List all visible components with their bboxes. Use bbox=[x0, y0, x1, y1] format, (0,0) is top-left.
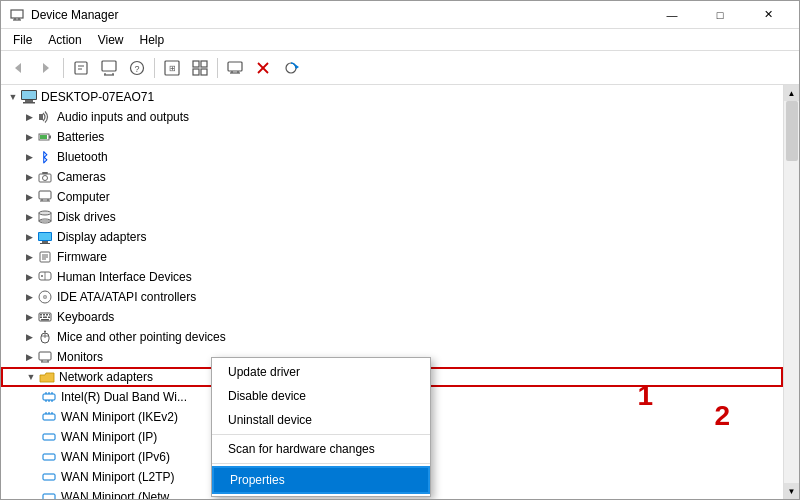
svg-rect-17 bbox=[193, 61, 199, 67]
expand-batteries[interactable]: ▶ bbox=[21, 129, 37, 145]
properties-button[interactable] bbox=[68, 55, 94, 81]
svg-rect-90 bbox=[43, 454, 55, 460]
mouse-icon bbox=[37, 329, 53, 345]
ctx-update-driver[interactable]: Update driver bbox=[212, 360, 430, 384]
wan-ip-label: WAN Miniport (IP) bbox=[61, 430, 157, 444]
svg-rect-85 bbox=[43, 414, 55, 420]
ctx-uninstall-device[interactable]: Uninstall device bbox=[212, 408, 430, 432]
minimize-button[interactable]: — bbox=[649, 1, 695, 29]
svg-rect-6 bbox=[75, 62, 87, 74]
expand-hid[interactable]: ▶ bbox=[21, 269, 37, 285]
scroll-down-button[interactable]: ▼ bbox=[784, 483, 800, 499]
computer-label: Computer bbox=[57, 190, 110, 204]
tree-item-hid[interactable]: ▶ Human Interface Devices bbox=[1, 267, 783, 287]
expand-firmware[interactable]: ▶ bbox=[21, 249, 37, 265]
scroll-track bbox=[784, 101, 800, 483]
cameras-label: Cameras bbox=[57, 170, 106, 184]
scroll-thumb[interactable] bbox=[786, 101, 798, 161]
expand-keyboards[interactable]: ▶ bbox=[21, 309, 37, 325]
expand-disk[interactable]: ▶ bbox=[21, 209, 37, 225]
tree-view[interactable]: ▼ DESKTOP-07EAO71 ▶ bbox=[1, 85, 783, 499]
svg-point-57 bbox=[41, 275, 43, 277]
ctx-scan-hardware[interactable]: Scan for hardware changes bbox=[212, 437, 430, 461]
network-folder-icon bbox=[39, 369, 55, 385]
menu-view[interactable]: View bbox=[90, 31, 132, 49]
show-hidden-button[interactable]: ⊞ bbox=[159, 55, 185, 81]
window-title: Device Manager bbox=[31, 8, 649, 22]
root-label: DESKTOP-07EAO71 bbox=[41, 90, 154, 104]
menu-action[interactable]: Action bbox=[40, 31, 89, 49]
svg-text:⊞: ⊞ bbox=[169, 64, 176, 73]
close-button[interactable]: ✕ bbox=[745, 1, 791, 29]
ctx-properties[interactable]: Properties bbox=[212, 466, 430, 494]
ctx-disable-device[interactable]: Disable device bbox=[212, 384, 430, 408]
another-view-button[interactable] bbox=[187, 55, 213, 81]
expand-mice[interactable]: ▶ bbox=[21, 329, 37, 345]
svg-rect-74 bbox=[39, 352, 51, 360]
svg-rect-40 bbox=[39, 191, 51, 199]
tree-item-computer[interactable]: ▶ Computer bbox=[1, 187, 783, 207]
svg-rect-19 bbox=[193, 69, 199, 75]
expand-bluetooth[interactable]: ▶ bbox=[21, 149, 37, 165]
expand-computer[interactable]: ▶ bbox=[21, 189, 37, 205]
menu-help[interactable]: Help bbox=[132, 31, 173, 49]
tree-item-mice[interactable]: ▶ Mice and other pointing devices bbox=[1, 327, 783, 347]
tree-item-ide[interactable]: ▶ IDE ATA/ATAPI controllers bbox=[1, 287, 783, 307]
expand-cameras[interactable]: ▶ bbox=[21, 169, 37, 185]
computer-icon-button[interactable] bbox=[222, 55, 248, 81]
wan-ipv6-icon bbox=[41, 449, 57, 465]
back-button[interactable] bbox=[5, 55, 31, 81]
svg-rect-49 bbox=[42, 241, 48, 243]
expand-monitors[interactable]: ▶ bbox=[21, 349, 37, 365]
scrollbar[interactable]: ▲ ▼ bbox=[783, 85, 799, 499]
tree-item-firmware[interactable]: ▶ Firmware bbox=[1, 247, 783, 267]
tree-item-disk[interactable]: ▶ Disk drives bbox=[1, 207, 783, 227]
update-driver-button[interactable] bbox=[96, 55, 122, 81]
tree-item-keyboards[interactable]: ▶ Keyboards bbox=[1, 307, 783, 327]
svg-rect-67 bbox=[43, 317, 47, 319]
monitor-icon bbox=[37, 349, 53, 365]
display-icon bbox=[37, 229, 53, 245]
wan-l2tp-label: WAN Miniport (L2TP) bbox=[61, 470, 175, 484]
svg-rect-65 bbox=[49, 314, 50, 316]
expand-display[interactable]: ▶ bbox=[21, 229, 37, 245]
window-controls: — □ ✕ bbox=[649, 1, 791, 29]
scroll-up-button[interactable]: ▲ bbox=[784, 85, 800, 101]
help-button[interactable]: ? bbox=[124, 55, 150, 81]
tree-item-bluetooth[interactable]: ▶ ᛒ Bluetooth bbox=[1, 147, 783, 167]
expand-audio[interactable]: ▶ bbox=[21, 109, 37, 125]
tree-root[interactable]: ▼ DESKTOP-07EAO71 bbox=[1, 87, 783, 107]
intel-label: Intel(R) Dual Band Wi... bbox=[61, 390, 187, 404]
svg-rect-69 bbox=[41, 319, 49, 321]
battery-icon bbox=[37, 129, 53, 145]
ide-icon bbox=[37, 289, 53, 305]
context-menu: Update driver Disable device Uninstall d… bbox=[211, 357, 431, 497]
wan-ikev2-label: WAN Miniport (IKEv2) bbox=[61, 410, 178, 424]
svg-rect-50 bbox=[40, 243, 50, 244]
scan-hardware-button[interactable] bbox=[278, 55, 304, 81]
bluetooth-icon: ᛒ bbox=[37, 149, 53, 165]
expand-network[interactable]: ▼ bbox=[23, 369, 39, 385]
tree-item-batteries[interactable]: ▶ Batteries bbox=[1, 127, 783, 147]
svg-point-73 bbox=[44, 331, 46, 333]
svg-rect-91 bbox=[43, 474, 55, 480]
maximize-button[interactable]: □ bbox=[697, 1, 743, 29]
expand-ide[interactable]: ▶ bbox=[21, 289, 37, 305]
hid-label: Human Interface Devices bbox=[57, 270, 192, 284]
tree-item-cameras[interactable]: ▶ Cameras bbox=[1, 167, 783, 187]
svg-rect-32 bbox=[23, 102, 35, 104]
tree-item-audio[interactable]: ▶ Audio inputs and outputs bbox=[1, 107, 783, 127]
camera-icon bbox=[37, 169, 53, 185]
remove-device-button[interactable] bbox=[250, 55, 276, 81]
app-icon bbox=[9, 7, 25, 23]
menu-file[interactable]: File bbox=[5, 31, 40, 49]
expand-icon[interactable]: ▼ bbox=[5, 89, 21, 105]
svg-rect-66 bbox=[40, 317, 42, 319]
svg-text:?: ? bbox=[134, 64, 139, 74]
title-bar: Device Manager — □ ✕ bbox=[1, 1, 799, 29]
main-content: ▼ DESKTOP-07EAO71 ▶ bbox=[1, 85, 799, 499]
display-label: Display adapters bbox=[57, 230, 146, 244]
tree-item-display[interactable]: ▶ Display adapters bbox=[1, 227, 783, 247]
svg-point-60 bbox=[44, 296, 46, 298]
forward-button[interactable] bbox=[33, 55, 59, 81]
